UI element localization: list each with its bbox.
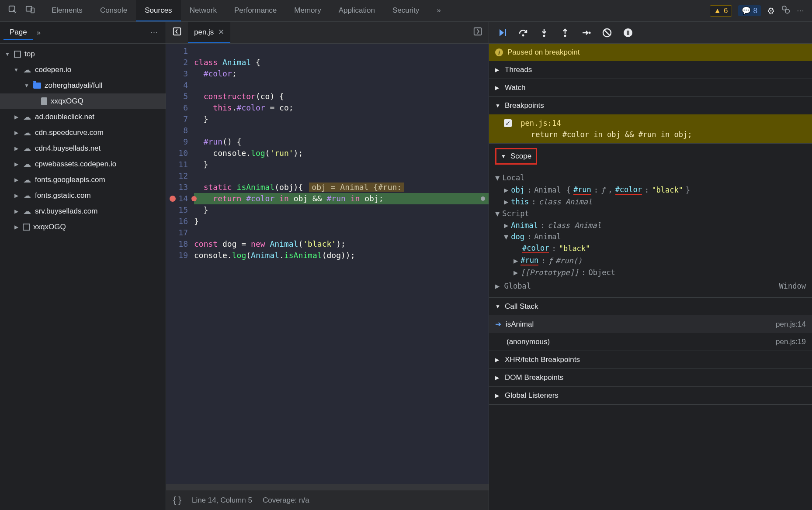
step-over-button[interactable] <box>518 28 528 38</box>
scope-group-label: Global <box>504 282 531 290</box>
section-threads[interactable]: ▶Threads <box>489 61 812 79</box>
step-into-button[interactable] <box>539 28 549 38</box>
tree-domain[interactable]: ▶fonts.gstatic.com <box>0 188 166 203</box>
customize-icon[interactable] <box>781 5 791 17</box>
tab-console[interactable]: Console <box>91 0 136 21</box>
scope-local[interactable]: ▼Local <box>489 172 812 184</box>
tree-domain[interactable]: ▼ codepen.io <box>0 62 166 78</box>
code-editor[interactable]: 12345678910111213141516171819 class Anim… <box>166 44 489 484</box>
tab-security[interactable]: Security <box>384 0 428 21</box>
callstack-frame[interactable]: ➔isAnimal pen.js:14 <box>489 315 812 333</box>
scope-var-dog-run[interactable]: ▶ #run: ƒ #run() <box>489 255 812 267</box>
panel-tabs: Elements Console Sources Network Perform… <box>43 0 450 21</box>
tree-domain[interactable]: ▶cpwebassets.codepen.io <box>0 156 166 172</box>
section-breakpoints[interactable]: ▼Breakpoints <box>489 97 812 114</box>
tree-domain[interactable]: ▶fonts.googleapis.com <box>0 172 166 188</box>
tree-domain[interactable]: ▶srv.buysellads.com <box>0 203 166 219</box>
tree-label: xxqxOGQ <box>33 223 66 231</box>
scope-var-this[interactable]: ▶ this: class Animal <box>489 196 812 207</box>
navigator-more-icon[interactable]: ⋯ <box>146 28 162 37</box>
scope-var-animal[interactable]: ▶ Animal: class Animal <box>489 220 812 231</box>
deactivate-breakpoints-button[interactable] <box>602 28 612 38</box>
tree-folder[interactable]: ▼ zoherghadyali/full <box>0 78 166 93</box>
code-area[interactable]: class Animal { #color; constructor(co) {… <box>194 44 489 484</box>
toggle-debugger-icon[interactable] <box>467 27 489 38</box>
var-value: Object <box>589 268 615 277</box>
scope-script[interactable]: ▼Script <box>489 207 812 220</box>
section-label: Threads <box>505 65 532 74</box>
scope-var-dog-proto[interactable]: ▶ [[Prototype]]: Object <box>489 267 812 278</box>
frame-location: pen.js:14 <box>776 320 806 329</box>
var-value: class Animal <box>548 221 601 230</box>
tab-memory[interactable]: Memory <box>285 0 330 21</box>
var-value: "black" <box>559 244 590 253</box>
svg-rect-6 <box>474 28 482 35</box>
section-scope[interactable]: ▼Scope <box>489 144 812 169</box>
tab-elements[interactable]: Elements <box>43 0 91 21</box>
tree-label: top <box>24 50 35 59</box>
step-out-button[interactable] <box>560 28 570 38</box>
toggle-navigator-icon[interactable] <box>166 27 188 38</box>
tab-performance[interactable]: Performance <box>226 0 285 21</box>
step-button[interactable] <box>581 28 591 38</box>
section-callstack[interactable]: ▼Call Stack <box>489 298 812 315</box>
info-badge[interactable]: 💬8 <box>738 5 761 16</box>
navigator-panel: Page » ⋯ ▼ top ▼ codepen.io ▼ zoherghady… <box>0 22 166 510</box>
scope-var-dog-color[interactable]: #color: "black" <box>489 242 812 255</box>
more-icon[interactable]: ⋯ <box>797 6 805 15</box>
close-tab-icon[interactable]: ✕ <box>218 28 224 37</box>
pause-banner: i Paused on breakpoint <box>489 44 812 61</box>
var-type: Animal <box>534 186 561 194</box>
section-dom[interactable]: ▶DOM Breakpoints <box>489 369 812 386</box>
scope-var-obj[interactable]: ▶ obj: Animal {#run: ƒ, #color: "black"} <box>489 184 812 196</box>
section-label: Watch <box>505 83 526 92</box>
pause-message: Paused on breakpoint <box>507 48 580 57</box>
svg-point-4 <box>785 9 789 13</box>
frame-name: (anonymous) <box>495 338 550 346</box>
scope-global[interactable]: ▶ Global Window <box>489 278 812 294</box>
svg-point-10 <box>564 34 566 37</box>
tree-domain[interactable]: ▶cdn.speedcurve.com <box>0 125 166 141</box>
scope-var-dog[interactable]: ▼ dog: Animal <box>489 231 812 242</box>
editor-panel: pen.js ✕ 12345678910111213141516171819 c… <box>166 22 489 510</box>
cursor-position: Line 14, Column 5 <box>192 496 252 505</box>
tree-top-frame[interactable]: ▼ top <box>0 46 166 62</box>
tree-file[interactable]: xxqxOGQ <box>0 93 166 109</box>
breakpoint-checkbox[interactable]: ✓ <box>504 119 512 127</box>
section-global-listeners[interactable]: ▶Global Listeners <box>489 387 812 404</box>
tab-application[interactable]: Application <box>330 0 384 21</box>
svg-rect-5 <box>174 28 181 35</box>
tree-label: cdn.speedcurve.com <box>35 128 104 137</box>
tree-child-frame[interactable]: ▶xxqxOGQ <box>0 219 166 235</box>
scope-body: ▼Local ▶ obj: Animal {#run: ƒ, #color: "… <box>489 169 812 297</box>
device-toggle-icon[interactable] <box>25 5 35 17</box>
breakpoint-entry[interactable]: ✓ pen.js:14 return #color in obj && #run… <box>489 114 812 143</box>
section-label: Breakpoints <box>505 101 544 110</box>
tree-domain[interactable]: ▶ad.doubleclick.net <box>0 109 166 125</box>
resume-button[interactable] <box>497 28 507 38</box>
info-count: 8 <box>753 7 757 15</box>
horizontal-scrollbar[interactable] <box>166 484 489 490</box>
section-xhr[interactable]: ▶XHR/fetch Breakpoints <box>489 351 812 369</box>
gutter[interactable]: 12345678910111213141516171819 <box>166 44 194 484</box>
navigator-tab-page[interactable]: Page <box>3 25 33 40</box>
tab-sources[interactable]: Sources <box>136 0 180 21</box>
tabs-overflow[interactable]: » <box>428 0 449 21</box>
tree-domain[interactable]: ▶cdn4.buysellads.net <box>0 141 166 156</box>
callstack-frame[interactable]: (anonymous) pen.js:19 <box>489 333 812 351</box>
tree-label: fonts.googleapis.com <box>35 176 105 184</box>
pretty-print-icon[interactable]: { } <box>173 495 181 505</box>
svg-point-11 <box>589 31 591 34</box>
section-watch[interactable]: ▶Watch <box>489 79 812 96</box>
warning-badge[interactable]: ▲6 <box>710 5 732 17</box>
settings-icon[interactable]: ⚙ <box>767 6 775 16</box>
cloud-icon <box>23 113 31 121</box>
navigator-tabs-overflow[interactable]: » <box>37 28 41 37</box>
inspect-icon[interactable] <box>8 5 17 17</box>
file-icon <box>41 97 47 105</box>
pause-on-exceptions-button[interactable] <box>623 28 633 38</box>
scope-global-value: Window <box>779 282 806 290</box>
tab-network[interactable]: Network <box>181 0 226 21</box>
editor-file-tab[interactable]: pen.js ✕ <box>188 22 230 43</box>
coverage-status: Coverage: n/a <box>263 496 309 505</box>
